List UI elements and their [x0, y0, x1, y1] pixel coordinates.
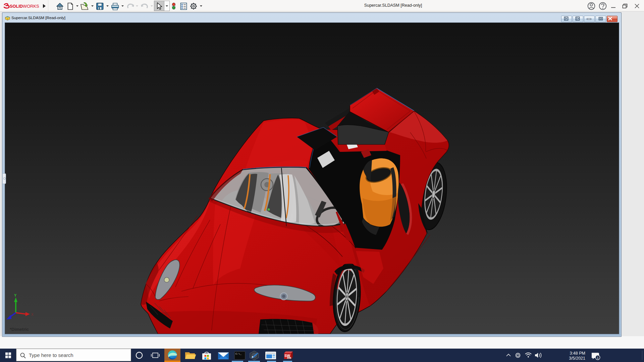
- svg-text:1: 1: [597, 356, 598, 359]
- svg-text:X: X: [31, 313, 34, 316]
- svg-text:3:48 PM: 3:48 PM: [570, 351, 585, 356]
- svg-text:2021: 2021: [287, 357, 292, 359]
- svg-text:Y: Y: [14, 293, 17, 297]
- svg-text:C:\_: C:\_: [235, 353, 242, 355]
- svg-text:3/5/2021: 3/5/2021: [569, 356, 585, 361]
- svg-text:SOLIDWORKS: SOLIDWORKS: [10, 4, 39, 9]
